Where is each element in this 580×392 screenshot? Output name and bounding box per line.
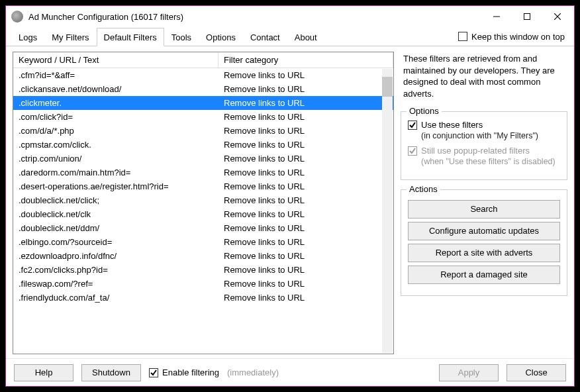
cell-keyword: .elbingo.com/?sourceid= (13, 235, 218, 249)
table-row[interactable]: .ctrip.com/union/Remove links to URL (13, 152, 393, 166)
use-filters-checkbox[interactable] (408, 121, 417, 130)
table-body[interactable]: .cfm?id=*&aff=Remove links to URL.clicka… (13, 68, 393, 354)
table-header: Keyword / URL / Text Filter category (13, 52, 393, 68)
table-row[interactable]: .ezdownloadpro.info/dfnc/Remove links to… (13, 249, 393, 263)
cell-keyword: .fc2.com/clicks.php?id= (13, 263, 218, 277)
cell-category: Remove links to URL (218, 68, 393, 82)
cell-keyword: .doubleclick.net/clk (13, 207, 218, 221)
cell-category: Remove links to URL (218, 124, 393, 138)
cell-category: Remove links to URL (218, 291, 393, 305)
cell-keyword: .cfm?id=*&aff= (13, 68, 218, 82)
tab-contact[interactable]: Contact (243, 28, 287, 46)
cell-keyword: .ctrip.com/union/ (13, 152, 218, 166)
enable-filtering-checkbox[interactable] (149, 368, 158, 377)
search-button[interactable]: Search (408, 200, 560, 219)
cell-category: Remove links to URL (218, 263, 393, 277)
cell-category: Remove links to URL (218, 152, 393, 166)
table-row[interactable]: .com/d/a/*.phpRemove links to URL (13, 124, 393, 138)
table-row[interactable]: .clickmeter.Remove links to URL (13, 96, 393, 110)
use-filters-note: (in conjunction with "My Filters") (421, 131, 560, 140)
cell-keyword: .daredorm.com/main.htm?id= (13, 166, 218, 179)
table-row[interactable]: .desert-operations.ae/register.html?rid=… (13, 179, 393, 193)
cell-keyword: .ezdownloadpro.info/dfnc/ (13, 249, 218, 263)
column-keyword[interactable]: Keyword / URL / Text (13, 52, 218, 68)
tab-logs[interactable]: Logs (11, 28, 44, 46)
tab-my-filters[interactable]: My Filters (44, 28, 96, 46)
tab-options[interactable]: Options (199, 28, 243, 46)
table-row[interactable]: .friendlyduck.com/af_ta/Remove links to … (13, 291, 393, 305)
close-button[interactable] (542, 7, 573, 26)
tab-default-filters[interactable]: Default Filters (97, 28, 164, 46)
table-row[interactable]: .doubleclick.net/click;Remove links to U… (13, 193, 393, 207)
options-legend: Options (407, 106, 442, 116)
options-group: Options Use these filters (in conjunctio… (401, 111, 567, 180)
tab-strip: LogsMy FiltersDefault FiltersToolsOption… (6, 27, 574, 46)
use-filters-option[interactable]: Use these filters (408, 120, 560, 130)
table-row[interactable]: .com/click?id=Remove links to URL (13, 110, 393, 124)
cell-category: Remove links to URL (218, 179, 393, 193)
cell-category: Remove links to URL (218, 96, 393, 110)
keep-on-top-option[interactable]: Keep this window on top (458, 32, 569, 42)
immediately-label: (immediately) (227, 368, 279, 377)
scrollbar[interactable] (382, 69, 393, 353)
cell-keyword: .clickmeter. (13, 96, 218, 110)
table-row[interactable]: .clickansave.net/download/Remove links t… (13, 82, 393, 96)
table-row[interactable]: .cfm?id=*&aff=Remove links to URL (13, 68, 393, 82)
still-popup-option: Still use popup-related filters (408, 146, 560, 156)
cell-category: Remove links to URL (218, 249, 393, 263)
table-row[interactable]: .cpmstar.com/click.Remove links to URL (13, 138, 393, 152)
table-row[interactable]: .daredorm.com/main.htm?id=Remove links t… (13, 166, 393, 179)
actions-group: Actions Search Configure automatic updat… (401, 189, 567, 296)
svg-rect-0 (524, 14, 530, 20)
enable-filtering-option[interactable]: Enable filtering (149, 368, 219, 377)
configure-updates-button[interactable]: Configure automatic updates (408, 222, 560, 240)
maximize-button[interactable] (512, 7, 542, 26)
still-popup-note: (when "Use these filters" is disabled) (421, 157, 560, 166)
keep-on-top-checkbox[interactable] (458, 32, 467, 41)
scrollbar-thumb[interactable] (382, 77, 393, 97)
window-title: Ad Muncher Configuration (16017 filters) (28, 12, 481, 22)
config-window: Ad Muncher Configuration (16017 filters)… (5, 5, 575, 387)
tab-about[interactable]: About (287, 28, 324, 46)
content-area: Keyword / URL / Text Filter category .cf… (6, 46, 574, 358)
cell-keyword: .clickansave.net/download/ (13, 82, 218, 96)
info-text: These filters are retrieved from and mai… (401, 52, 567, 102)
still-popup-label: Still use popup-related filters (421, 146, 530, 156)
shutdown-button[interactable]: Shutdown (81, 364, 141, 381)
table-row[interactable]: .fileswap.com/?ref=Remove links to URL (13, 277, 393, 291)
cell-category: Remove links to URL (218, 138, 393, 152)
table-row[interactable]: .doubleclick.net/clkRemove links to URL (13, 207, 393, 221)
apply-button[interactable]: Apply (439, 364, 499, 381)
close-footer-button[interactable]: Close (507, 364, 566, 381)
cell-category: Remove links to URL (218, 110, 393, 124)
cell-category: Remove links to URL (218, 207, 393, 221)
titlebar: Ad Muncher Configuration (16017 filters) (6, 6, 574, 27)
cell-category: Remove links to URL (218, 235, 393, 249)
table-row[interactable]: .elbingo.com/?sourceid=Remove links to U… (13, 235, 393, 249)
cell-keyword: .fileswap.com/?ref= (13, 277, 218, 291)
side-panel: These filters are retrieved from and mai… (401, 52, 567, 354)
keep-on-top-label: Keep this window on top (471, 32, 565, 42)
filters-table: Keyword / URL / Text Filter category .cf… (13, 52, 394, 354)
column-category[interactable]: Filter category (218, 52, 393, 68)
table-row[interactable]: .fc2.com/clicks.php?id=Remove links to U… (13, 263, 393, 277)
use-filters-label: Use these filters (421, 120, 483, 130)
footer: Help Shutdown Enable filtering (immediat… (6, 358, 574, 386)
cell-keyword: .doubleclick.net/ddm/ (13, 221, 218, 235)
report-adverts-button[interactable]: Report a site with adverts (408, 244, 560, 262)
enable-filtering-label: Enable filtering (162, 368, 219, 377)
minimize-button[interactable] (481, 7, 512, 26)
cell-keyword: .desert-operations.ae/register.html?rid= (13, 179, 218, 193)
app-icon (11, 11, 23, 23)
report-damaged-button[interactable]: Report a damaged site (408, 266, 560, 284)
cell-keyword: .friendlyduck.com/af_ta/ (13, 291, 218, 305)
table-row[interactable]: .doubleclick.net/ddm/Remove links to URL (13, 221, 393, 235)
cell-category: Remove links to URL (218, 221, 393, 235)
cell-keyword: .com/click?id= (13, 110, 218, 124)
tabs-container: LogsMy FiltersDefault FiltersToolsOption… (11, 27, 324, 46)
window-controls (481, 7, 573, 26)
actions-legend: Actions (407, 184, 440, 194)
help-button[interactable]: Help (14, 364, 73, 381)
cell-keyword: .cpmstar.com/click. (13, 138, 218, 152)
tab-tools[interactable]: Tools (164, 28, 199, 46)
